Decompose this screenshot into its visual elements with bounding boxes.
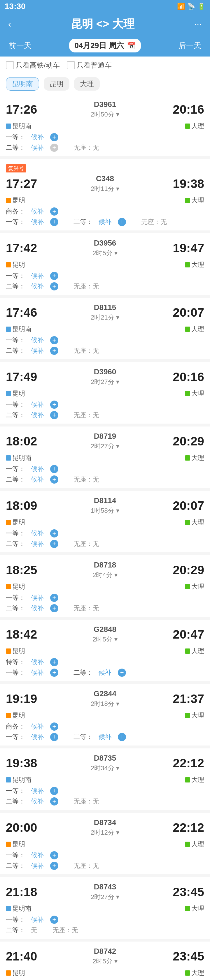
- add-ticket-btn[interactable]: +: [50, 594, 58, 602]
- add-ticket-btn[interactable]: +: [50, 272, 58, 280]
- arrive-time: 19:47: [173, 241, 204, 255]
- app-header: ‹ 昆明 <> 大理 ···: [0, 13, 210, 37]
- ticket-type: 二等：: [6, 539, 25, 548]
- battery-icon: 🔋: [197, 3, 205, 10]
- ticket-status: 候补: [31, 861, 44, 870]
- add-ticket-btn[interactable]: +: [50, 604, 58, 612]
- train-info: D3961 2时50分 ▾: [91, 100, 119, 119]
- arrive-badge-dot: [185, 262, 190, 267]
- station-tab-kunming[interactable]: 昆明: [44, 77, 69, 91]
- train-main-row: 18:42 G2848 2时5分 ▾ 20:47: [6, 625, 204, 644]
- add-ticket-btn[interactable]: +: [50, 787, 58, 795]
- no-seat: 无座：无: [74, 411, 99, 420]
- normal-filter[interactable]: 只看普通车: [67, 60, 112, 70]
- add-ticket-btn[interactable]: +: [50, 529, 58, 538]
- add-ticket-btn[interactable]: +: [50, 862, 58, 870]
- ticket-row-2: 二等：候补+ 无座：无: [6, 475, 204, 484]
- add-ticket-btn[interactable]: +: [118, 733, 126, 741]
- add-ticket-btn[interactable]: +: [50, 722, 58, 731]
- add-ticket-btn[interactable]: +: [50, 733, 58, 741]
- add-ticket-btn[interactable]: +: [50, 336, 58, 344]
- train-card-11[interactable]: 19:38 D8735 2时34分 ▾ 22:12 昆明南 大理 一等：候补+二…: [0, 748, 210, 812]
- filter-row: 只看高铁/动车 只看普通车: [0, 57, 210, 74]
- train-number: D8742: [94, 947, 116, 956]
- ticket-status: 候补: [31, 218, 44, 226]
- train-card-4[interactable]: 17:46 D8115 2时21分 ▾ 20:07 昆明南 大理 一等：候补+二…: [0, 298, 210, 361]
- arrive-station: 大理: [185, 325, 204, 334]
- station-name-row: 昆明南 大理: [6, 325, 204, 334]
- prev-day-button[interactable]: 前一天: [6, 39, 34, 52]
- add-ticket-btn[interactable]: +: [50, 851, 58, 859]
- arrive-station: 大理: [185, 711, 204, 720]
- train-info: D8115 2时21分 ▾: [91, 303, 119, 322]
- ticket-row-1: 一等：候补+: [6, 133, 204, 142]
- high-speed-checkbox[interactable]: [6, 61, 14, 69]
- train-number: D8734: [94, 818, 116, 827]
- add-ticket-btn[interactable]: +: [50, 411, 58, 419]
- add-ticket-btn[interactable]: +: [50, 916, 58, 924]
- ticket-status: 候补: [31, 915, 44, 924]
- train-card-13[interactable]: 21:18 D8743 2时27分 ▾ 23:45 昆明南 大理 一等：候补+二…: [0, 877, 210, 941]
- train-card-8[interactable]: 18:25 D8718 2时4分 ▾ 20:29 昆明 大理 一等：候补+二等：…: [0, 555, 210, 619]
- train-card-9[interactable]: 18:42 G2848 2时5分 ▾ 20:47 昆明 大理 特等：候补+一等：…: [0, 620, 210, 683]
- add-ticket-btn[interactable]: +: [50, 540, 58, 548]
- arrive-time: 20:29: [173, 434, 204, 448]
- add-ticket-btn[interactable]: +: [50, 207, 58, 216]
- arrive-badge-dot: [185, 124, 190, 129]
- train-card-3[interactable]: 17:42 D3956 2时5分 ▾ 19:47 昆明 大理 一等：候补+二等：…: [0, 233, 210, 297]
- add-ticket-btn[interactable]: +: [118, 218, 126, 226]
- ticket-row-2: 二等：候补+ 无座：无: [6, 411, 204, 420]
- station-tab-dali[interactable]: 大理: [74, 77, 100, 91]
- train-card-1[interactable]: 17:26 D3961 2时50分 ▾ 20:16 昆明南 大理 一等：候补+二…: [0, 95, 210, 159]
- high-speed-filter[interactable]: 只看高铁/动车: [6, 60, 60, 70]
- ticket-type: 一等：: [6, 668, 25, 677]
- add-ticket-btn[interactable]: +: [50, 797, 58, 805]
- arrive-station: 大理: [185, 969, 204, 977]
- more-button[interactable]: ···: [192, 16, 204, 32]
- add-ticket-btn[interactable]: +: [50, 347, 58, 355]
- next-day-button[interactable]: 后一天: [176, 39, 204, 52]
- train-duration: 2时50分 ▾: [91, 110, 119, 119]
- add-ticket-btn[interactable]: +: [50, 133, 58, 141]
- ticket-row-1: 一等：候补+: [6, 400, 204, 409]
- train-main-row: 17:49 D3960 2时27分 ▾ 20:16: [6, 368, 204, 386]
- normal-checkbox[interactable]: [67, 61, 75, 69]
- train-card-2[interactable]: 复兴号 17:27 C348 2时11分 ▾ 19:38 昆明 大理 商务：候补…: [0, 159, 210, 233]
- add-ticket-btn-gray[interactable]: +: [50, 144, 58, 152]
- train-card-6[interactable]: 18:02 D8719 2时27分 ▾ 20:29 昆明南 大理 一等：候补+二…: [0, 426, 210, 490]
- ticket-row-2: 二等：候补+ 无座：无: [6, 143, 204, 152]
- train-number: D3956: [94, 239, 116, 248]
- add-ticket-btn[interactable]: +: [50, 218, 58, 226]
- train-card-7[interactable]: 18:09 D8114 1时58分 ▾ 20:07 昆明 大理 一等：候补+二等…: [0, 491, 210, 555]
- train-card-10[interactable]: 19:19 G2844 2时18分 ▾ 21:37 昆明 大理 商务：候补+一等…: [0, 684, 210, 748]
- station-tab-kunmingnan[interactable]: 昆明南: [6, 77, 39, 91]
- add-ticket-btn[interactable]: +: [50, 465, 58, 473]
- train-card-5[interactable]: 17:49 D3960 2时27分 ▾ 20:16 昆明 大理 一等：候补+二等…: [0, 362, 210, 426]
- arrive-badge-dot: [185, 842, 190, 847]
- back-button[interactable]: ‹: [6, 16, 14, 32]
- add-ticket-btn[interactable]: +: [50, 668, 58, 677]
- ticket-row-2: 二等：候补+ 无座：无: [6, 282, 204, 291]
- add-ticket-btn[interactable]: +: [50, 282, 58, 290]
- ticket-status: 候补: [31, 593, 44, 602]
- no-seat: 无座：无: [74, 539, 99, 548]
- station-name-row: 昆明南 大理: [6, 122, 204, 130]
- add-ticket-btn[interactable]: +: [118, 668, 126, 677]
- depart-badge-dot: [6, 520, 11, 525]
- ticket-status: 候补: [31, 143, 44, 152]
- ticket-type: 一等：: [6, 133, 25, 142]
- train-info: D8743 2时27分 ▾: [91, 882, 119, 901]
- train-card-14[interactable]: 21:40 D8742 2时5分 ▾ 23:45 昆明 大理 一等：候补+二等：…: [0, 942, 210, 980]
- arrive-time: 20:29: [173, 563, 204, 577]
- date-text: 04月29日 周六: [74, 40, 123, 51]
- station-name-row: 昆明 大理: [6, 582, 204, 591]
- ticket-type: 一等：: [6, 218, 25, 226]
- add-ticket-btn[interactable]: +: [50, 476, 58, 484]
- station-name-row: 昆明 大理: [6, 389, 204, 398]
- add-ticket-btn[interactable]: +: [50, 658, 58, 666]
- depart-time: 17:49: [6, 370, 37, 384]
- add-ticket-btn[interactable]: +: [50, 401, 58, 409]
- train-card-12[interactable]: 20:00 D8734 2时12分 ▾ 22:12 昆明 大理 一等：候补+二等…: [0, 813, 210, 877]
- date-display[interactable]: 04月29日 周六 📅: [69, 39, 141, 52]
- ticket-type: 二等：: [6, 282, 25, 291]
